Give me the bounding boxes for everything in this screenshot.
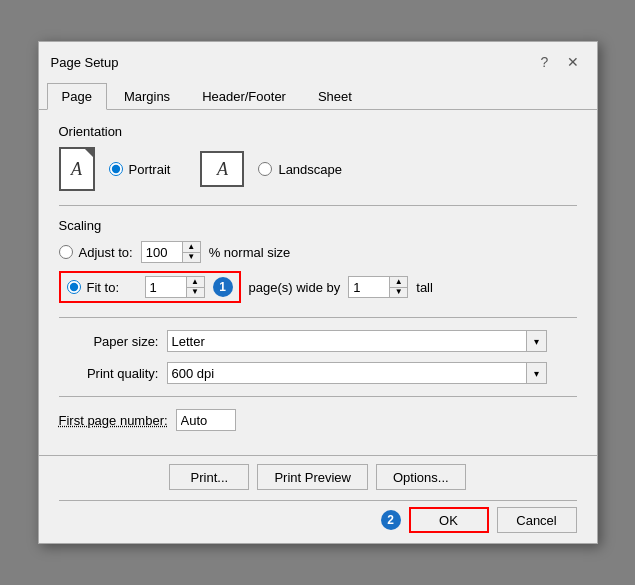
page-corner bbox=[85, 149, 93, 157]
orientation-group: Orientation A Portrait A Landscape bbox=[59, 124, 577, 191]
print-quality-arrow[interactable]: ▾ bbox=[526, 363, 546, 383]
adjust-radio[interactable] bbox=[59, 245, 73, 259]
first-page-spinner bbox=[176, 409, 236, 431]
print-quality-select-wrap: ▾ bbox=[167, 362, 547, 384]
portrait-label[interactable]: Portrait bbox=[129, 162, 171, 177]
help-button[interactable]: ? bbox=[533, 50, 557, 74]
separator-1 bbox=[59, 205, 577, 206]
paper-size-label: Paper size: bbox=[59, 334, 159, 349]
cancel-button[interactable]: Cancel bbox=[497, 507, 577, 533]
fit-wide-suffix: page(s) wide by bbox=[249, 280, 341, 295]
first-page-label: First page number: bbox=[59, 413, 168, 428]
scaling-label: Scaling bbox=[59, 218, 577, 233]
options-button[interactable]: Options... bbox=[376, 464, 466, 490]
fit-tall-input[interactable] bbox=[349, 277, 389, 297]
print-preview-button[interactable]: Print Preview bbox=[257, 464, 368, 490]
fit-wide-spinner: ▲ ▼ bbox=[145, 276, 205, 298]
fit-tall-up-btn[interactable]: ▲ bbox=[390, 277, 407, 288]
tab-content: Orientation A Portrait A Landscape bbox=[39, 110, 597, 455]
badge-2: 2 bbox=[381, 510, 401, 530]
action-buttons: Print... Print Preview Options... bbox=[59, 464, 577, 490]
landscape-option: Landscape bbox=[258, 162, 342, 177]
separator-3 bbox=[59, 396, 577, 397]
fit-wide-down-btn[interactable]: ▼ bbox=[187, 288, 204, 298]
tab-margins[interactable]: Margins bbox=[109, 83, 185, 110]
orientation-options: A Portrait A Landscape bbox=[59, 147, 577, 191]
landscape-radio[interactable] bbox=[258, 162, 272, 176]
fit-tall-down-btn[interactable]: ▼ bbox=[390, 288, 407, 298]
adjust-to-row: Adjust to: ▲ ▼ % normal size bbox=[59, 241, 577, 263]
portrait-icon: A bbox=[59, 147, 95, 191]
paper-size-arrow[interactable]: ▾ bbox=[526, 331, 546, 351]
fit-tall-suffix: tall bbox=[416, 280, 433, 295]
paper-size-select-wrap: ▾ bbox=[167, 330, 547, 352]
fit-label[interactable]: Fit to: bbox=[87, 280, 120, 295]
fit-to-highlighted: Fit to: ▲ ▼ 1 bbox=[59, 271, 241, 303]
tab-page[interactable]: Page bbox=[47, 83, 107, 110]
fit-wide-input[interactable] bbox=[146, 277, 186, 297]
separator-2 bbox=[59, 317, 577, 318]
fit-wide-spinner-buttons: ▲ ▼ bbox=[186, 277, 204, 297]
page-setup-dialog: Page Setup ? ✕ Page Margins Header/Foote… bbox=[38, 41, 598, 544]
adjust-spinner: ▲ ▼ bbox=[141, 241, 201, 263]
fit-to-row-wrap: Fit to: ▲ ▼ 1 page(s) wide by bbox=[59, 271, 577, 303]
badge-1: 1 bbox=[213, 277, 233, 297]
fit-radio[interactable] bbox=[67, 280, 81, 294]
orientation-label: Orientation bbox=[59, 124, 577, 139]
portrait-radio[interactable] bbox=[109, 162, 123, 176]
close-button[interactable]: ✕ bbox=[561, 50, 585, 74]
adjust-spinner-buttons: ▲ ▼ bbox=[182, 242, 200, 262]
print-quality-label: Print quality: bbox=[59, 366, 159, 381]
adjust-suffix: % normal size bbox=[209, 245, 291, 260]
ok-cancel-row: 2 OK Cancel bbox=[59, 500, 577, 533]
tab-header-footer[interactable]: Header/Footer bbox=[187, 83, 301, 110]
print-button[interactable]: Print... bbox=[169, 464, 249, 490]
paper-size-row: Paper size: ▾ bbox=[59, 330, 577, 352]
fit-radio-wrap: Fit to: bbox=[67, 280, 137, 295]
landscape-label[interactable]: Landscape bbox=[278, 162, 342, 177]
portrait-option: Portrait bbox=[109, 162, 171, 177]
adjust-input[interactable] bbox=[142, 242, 182, 262]
dialog-title: Page Setup bbox=[51, 55, 119, 70]
title-bar: Page Setup ? ✕ bbox=[39, 42, 597, 78]
landscape-icon: A bbox=[200, 151, 244, 187]
print-quality-row: Print quality: ▾ bbox=[59, 362, 577, 384]
adjust-down-btn[interactable]: ▼ bbox=[183, 253, 200, 263]
bottom-section: Print... Print Preview Options... 2 OK C… bbox=[39, 455, 597, 543]
title-bar-controls: ? ✕ bbox=[533, 50, 585, 74]
adjust-radio-wrap: Adjust to: bbox=[59, 245, 133, 260]
tab-bar: Page Margins Header/Footer Sheet bbox=[39, 82, 597, 110]
tab-sheet[interactable]: Sheet bbox=[303, 83, 367, 110]
ok-button[interactable]: OK bbox=[409, 507, 489, 533]
print-quality-input[interactable] bbox=[168, 363, 526, 383]
adjust-label[interactable]: Adjust to: bbox=[79, 245, 133, 260]
scaling-group: Scaling Adjust to: ▲ ▼ % normal size bbox=[59, 218, 577, 303]
adjust-up-btn[interactable]: ▲ bbox=[183, 242, 200, 253]
fit-tall-spinner: ▲ ▼ bbox=[348, 276, 408, 298]
first-page-input[interactable] bbox=[177, 410, 217, 430]
fit-wide-up-btn[interactable]: ▲ bbox=[187, 277, 204, 288]
paper-size-input[interactable] bbox=[168, 331, 526, 351]
fit-tall-spinner-buttons: ▲ ▼ bbox=[389, 277, 407, 297]
first-page-row: First page number: bbox=[59, 409, 577, 431]
